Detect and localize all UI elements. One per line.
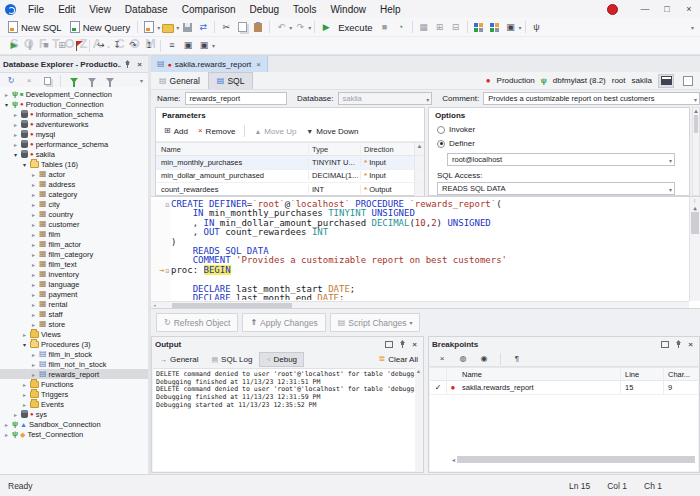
bp-col-char[interactable]: Char... — [664, 368, 698, 380]
expander-icon[interactable]: ▸ — [3, 431, 10, 438]
output-tab-sqllog[interactable]: ▤ SQL Log — [205, 352, 258, 367]
tree-item-information-schema[interactable]: ▸●information_schema — [0, 109, 148, 119]
expander-icon[interactable]: ▸ — [21, 381, 28, 388]
expander-icon[interactable]: ▸ — [12, 411, 19, 418]
expander-icon[interactable]: ▸ — [30, 291, 37, 298]
col-type[interactable]: Type — [309, 145, 361, 154]
script-changes-dropdown[interactable]: ▾ — [409, 319, 412, 326]
stop-button[interactable]: ■ — [377, 19, 393, 35]
cut-button[interactable]: ✂ — [218, 19, 234, 35]
tab-close-icon[interactable]: × — [256, 60, 261, 69]
grid-scroll-track[interactable] — [414, 183, 424, 196]
expander-icon[interactable]: ▸ — [30, 231, 37, 238]
tree-item-triggers[interactable]: ▸Triggers — [0, 389, 148, 399]
output-close-icon[interactable]: × — [412, 340, 417, 349]
col-direction[interactable]: Direction — [361, 145, 414, 154]
expander-icon[interactable]: ▾ — [21, 161, 28, 168]
fold-icon[interactable]: ⊟ — [165, 200, 169, 209]
parameter-row[interactable]: min_dollar_amount_purchasedDECIMAL(1...*… — [156, 170, 424, 184]
param-remove-button[interactable]: ×Remove — [194, 123, 239, 139]
tree-item-city[interactable]: ▸▦city — [0, 199, 148, 209]
refresh-object-button[interactable]: ↻ Refresh Object — [156, 313, 238, 332]
tree-item-store[interactable]: ▸▦store — [0, 319, 148, 329]
menu-file[interactable]: File — [21, 4, 51, 15]
layout-single-button[interactable] — [680, 74, 696, 88]
grid-scroll-track[interactable] — [414, 170, 424, 183]
layout-toggle-button[interactable] — [658, 74, 674, 88]
expander-icon[interactable]: ▸ — [12, 131, 19, 138]
document-tab[interactable]: ▤ ● sakila.rewards_report × — [151, 56, 268, 72]
toolbar-options-dropdown[interactable]: ▾ — [691, 24, 694, 31]
tree-item-mysql[interactable]: ▸●mysql — [0, 129, 148, 139]
save-button[interactable] — [179, 19, 195, 35]
tree-item-payment[interactable]: ▸▦payment — [0, 289, 148, 299]
expander-icon[interactable]: ▸ — [30, 321, 37, 328]
output-scrollbar[interactable]: ▲ — [415, 368, 422, 471]
user-label[interactable]: root — [612, 76, 626, 85]
pin-icon[interactable] — [124, 60, 131, 68]
definer-radio-row[interactable]: Definer — [437, 139, 689, 148]
expander-icon[interactable]: ▸ — [12, 111, 19, 118]
expander-icon[interactable]: ▸ — [30, 171, 37, 178]
definer-combo[interactable]: root@localhost ▾ — [447, 153, 675, 166]
comparison-dropdown[interactable]: ▾ — [519, 24, 522, 31]
enable-all-breakpoints-button[interactable]: ◉ — [476, 351, 492, 367]
expander-icon[interactable]: ▸ — [30, 361, 37, 368]
menu-edit[interactable]: Edit — [51, 4, 82, 15]
expander-icon[interactable]: ▸ — [21, 401, 28, 408]
breakpoints-horizontal-scrollbar[interactable]: ◂ — [452, 455, 695, 463]
tree-item-language[interactable]: ▸▦language — [0, 279, 148, 289]
copy-button[interactable] — [234, 19, 250, 35]
tab-sql[interactable]: ▤ SQL — [208, 72, 254, 89]
plan-button[interactable]: ⊟ — [448, 19, 464, 35]
tree-item-development-connection[interactable]: ▸ψ■Development_Connection — [0, 89, 148, 99]
tree-item-customer[interactable]: ▸▦customer — [0, 219, 148, 229]
name-input[interactable]: rewards_report — [185, 92, 288, 105]
tree-item-views[interactable]: ▸Views — [0, 329, 148, 339]
menu-comparison[interactable]: Comparison — [175, 4, 243, 15]
connection-state-label[interactable]: Production — [497, 76, 535, 85]
delete-all-breakpoints-button[interactable]: × — [434, 351, 450, 367]
expander-icon[interactable]: ▸ — [3, 421, 10, 428]
editor-horizontal-scrollbar[interactable]: ◂ — [151, 301, 689, 308]
pin-icon[interactable] — [399, 340, 406, 348]
expander-icon[interactable]: ▸ — [30, 261, 37, 268]
float-window-icon[interactable] — [385, 341, 393, 348]
expander-icon[interactable]: ▸ — [30, 301, 37, 308]
tree-item-actor[interactable]: ▸▦actor — [0, 169, 148, 179]
output-tab-debug[interactable]: ⁖ Debug — [259, 352, 304, 367]
tree-item-category[interactable]: ▸▦category — [0, 189, 148, 199]
new-query-button[interactable]: New Query — [66, 19, 135, 35]
new-sql-button[interactable]: New SQL — [4, 19, 66, 35]
expander-icon[interactable]: ▸ — [30, 181, 37, 188]
apply-changes-button[interactable]: ⇑ Apply Changes — [242, 313, 325, 332]
menu-debug[interactable]: Debug — [243, 4, 286, 15]
connectivity-button[interactable]: ψ — [529, 19, 545, 35]
tree-item-test-connection[interactable]: ▸ψ◆Test_Connection — [0, 429, 148, 439]
breakpoint-checkbox[interactable]: ✓ — [430, 381, 447, 394]
definer-radio[interactable] — [437, 140, 445, 148]
tree-item-procedures-3-[interactable]: ▾Procedures (3) — [0, 339, 148, 349]
menu-tools[interactable]: Tools — [286, 4, 323, 15]
sql-access-combo[interactable]: READS SQL DATA ▾ — [437, 182, 675, 195]
menu-database[interactable]: Database — [118, 4, 175, 15]
database-combo[interactable]: sakila ▾ — [338, 92, 433, 105]
editor-vertical-scrollbar[interactable]: ⁞▲ — [689, 197, 700, 301]
profile-button[interactable]: ⊞ — [432, 19, 448, 35]
maximize-button[interactable]: □ — [656, 4, 678, 14]
expander-icon[interactable]: ▸ — [12, 121, 19, 128]
undo-button[interactable]: ↶ — [273, 19, 289, 35]
redo-dropdown[interactable]: ▾ — [308, 24, 311, 31]
expander-icon[interactable]: ▾ — [3, 101, 10, 108]
tree-item-performance-schema[interactable]: ▸●performance_schema — [0, 139, 148, 149]
gutter[interactable] — [151, 275, 171, 284]
invoker-radio[interactable] — [437, 126, 445, 134]
tree-item-sandbox-connection[interactable]: ▸ψ▲Sandbox_Connection — [0, 419, 148, 429]
tree-item-adventureworks[interactable]: ▸●adventureworks — [0, 119, 148, 129]
tree-item-rewards-report[interactable]: ▸▤rewards_report — [0, 369, 148, 379]
new-data-comparison-button[interactable] — [471, 19, 487, 35]
tree-item-functions[interactable]: ▸Functions — [0, 379, 148, 389]
menu-window[interactable]: Window — [323, 4, 373, 15]
expander-icon[interactable]: ▸ — [30, 311, 37, 318]
tree-item-events[interactable]: ▸Events — [0, 399, 148, 409]
